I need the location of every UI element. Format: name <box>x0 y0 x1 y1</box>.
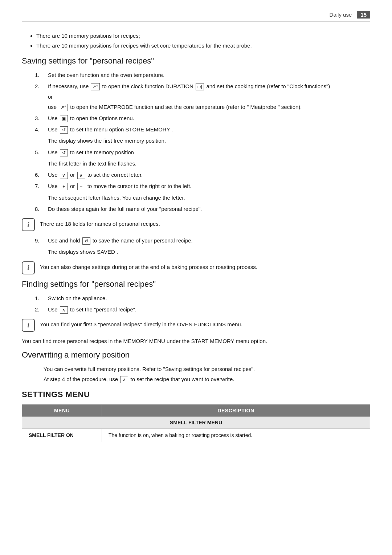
finding-info-text-1: You can find your first 3 "personal reci… <box>40 319 242 328</box>
saving-section-title: Saving settings for "personal recipes" <box>22 56 370 66</box>
overwriting-text-2: At step 4 of the procedure, use ∧ to set… <box>44 375 370 383</box>
or-label: or <box>48 94 370 100</box>
info-text-2: You can also change settings during or a… <box>40 261 257 271</box>
step-5-content: Use ↺ to set the memory position <box>48 148 370 156</box>
up-icon-2: ∧ <box>60 306 68 314</box>
step-4-before: Use <box>48 126 59 132</box>
step-2-text-mid: to open the clock function DURATION <box>101 83 195 89</box>
step-num-6: 6. <box>35 171 48 179</box>
step-2-content: If necessary, use ↗° to open the clock f… <box>48 82 370 90</box>
saving-steps-list-3: 5. Use ↺ to set the memory position <box>22 148 370 156</box>
duration-icon: ↦| <box>196 83 204 90</box>
section-settings-menu: SETTINGS MENU MENU DESCRIPTION SMELL FIL… <box>22 390 370 442</box>
finding-step-2-content: Use ∧ to set the "personal recipe". <box>48 305 370 314</box>
table-col-desc: DESCRIPTION <box>102 404 370 416</box>
step-7-or: or <box>69 183 77 189</box>
overwriting-text-block: You can overwrite full memory positions.… <box>44 365 370 383</box>
saving-step-2: 2. If necessary, use ↗° to open the cloc… <box>22 82 370 90</box>
saving-step-3: 3. Use ▣ to open the Options menu. <box>22 114 370 122</box>
step-num-5: 5. <box>35 148 48 156</box>
clock-icon: ↗° <box>91 83 100 90</box>
step-2-text-before: If necessary, use <box>48 83 90 89</box>
saving-steps-list-2: 3. Use ▣ to open the Options menu. 4. Us… <box>22 114 370 134</box>
step-num-2: 2. <box>35 82 48 90</box>
step-2-text-after: and set the cooking time (refer to "Cloc… <box>205 83 330 89</box>
info-box-1: i There are 18 fields for names of perso… <box>22 218 370 231</box>
step-7-sub: The subsequent letter flashes. You can c… <box>48 193 370 202</box>
step-5-sub: The first letter in the text line flashe… <box>48 159 370 168</box>
info-icon-1: i <box>22 218 35 231</box>
step-3-content: Use ▣ to open the Options menu. <box>48 114 370 122</box>
bullet-item-2: There are 10 memory positions for recipe… <box>36 42 370 50</box>
finding-para-text: You can find more personal recipes in th… <box>22 337 370 345</box>
saving-steps-list: 1. Set the oven function and the oven te… <box>22 71 370 91</box>
saving-step-5: 5. Use ↺ to set the memory position <box>22 148 370 156</box>
step-3-after: to open the Options menu. <box>69 115 134 121</box>
saving-step-8: 8. Do these steps again for the full nam… <box>22 205 370 213</box>
finding-steps-list: 1. Switch on the appliance. 2. Use ∧ to … <box>22 294 370 314</box>
finding-paragraph: You can find more personal recipes in th… <box>22 337 370 345</box>
table-cell-menu-smell-on: SMELL FILTER ON <box>22 429 102 442</box>
finding-step-num-1: 1. <box>35 294 48 302</box>
section-saving: Saving settings for "personal recipes" 1… <box>22 56 370 274</box>
step-6-content: Use ∨ or ∧ to set the correct letter. <box>48 171 370 179</box>
header-right: Daily use 15 <box>330 11 370 19</box>
or-text-before: use <box>48 104 58 110</box>
or-text-rest: to open the MEATPROBE function and set t… <box>69 104 302 110</box>
settings-table: MENU DESCRIPTION SMELL FILTER MENU SMELL… <box>22 404 370 442</box>
info-text-1: There are 18 fields for names of persona… <box>40 218 160 228</box>
step-7-before: Use <box>48 183 59 189</box>
step-1-content: Set the oven function and the oven tempe… <box>48 71 370 79</box>
step-7-content: Use + or − to move the cursor to the rig… <box>48 182 370 190</box>
step-num-8: 8. <box>35 205 48 213</box>
finding-step-1: 1. Switch on the appliance. <box>22 294 370 302</box>
settings-menu-title: SETTINGS MENU <box>22 390 370 399</box>
table-col-menu: MENU <box>22 404 102 416</box>
step-3-before: Use <box>48 115 59 121</box>
step-num-7: 7. <box>35 182 48 190</box>
finding-step-2-after: to set the "personal recipe". <box>69 306 136 313</box>
saving-step-6: 6. Use ∨ or ∧ to set the correct letter. <box>22 171 370 179</box>
rotate-icon-5: ↺ <box>60 149 68 156</box>
section-overwriting: Overwriting a memory position You can ov… <box>22 350 370 383</box>
saving-step-4: 4. Use ↺ to set the menu option STORE ME… <box>22 125 370 134</box>
step-9-sub: The displays shows SAVED . <box>48 248 370 256</box>
or-paragraph: use ↗° to open the MEATPROBE function an… <box>48 103 370 111</box>
step-5-before: Use <box>48 149 59 155</box>
step-num-3: 3. <box>35 114 48 122</box>
options-icon: ▣ <box>60 115 68 122</box>
step-num-9: 9. <box>35 236 48 245</box>
step-6-after: to set the correct letter. <box>86 172 143 178</box>
finding-step-1-content: Switch on the appliance. <box>48 294 370 302</box>
bullet-item-1: There are 10 memory positions for recipe… <box>36 32 370 40</box>
overwriting-section-title: Overwriting a memory position <box>22 350 370 360</box>
minus-icon: − <box>77 183 85 190</box>
finding-step-2-before: Use <box>48 306 59 313</box>
step-num-4: 4. <box>35 125 48 134</box>
table-section-header-smell: SMELL FILTER MENU <box>22 416 370 428</box>
section-finding: Finding settings for "personal recipes" … <box>22 279 370 346</box>
overwriting-text-2-before: At step 4 of the procedure, use <box>44 376 119 382</box>
step-4-sub: The display shows the first free memory … <box>48 136 370 145</box>
page: Daily use 15 There are 10 memory positio… <box>0 0 392 555</box>
finding-info-icon-1: i <box>22 319 35 332</box>
step-4-after: to set the menu option STORE MEMORY . <box>69 126 173 132</box>
rotate-icon-4: ↺ <box>60 126 68 134</box>
finding-info-box-1: i You can find your first 3 "personal re… <box>22 319 370 332</box>
info-box-2: i You can also change settings during or… <box>22 261 370 274</box>
step-num-1: 1. <box>35 71 48 79</box>
meatprobe-icon: ↗° <box>59 104 68 111</box>
step-9-after: to save the name of your personal recipe… <box>91 237 193 244</box>
plus-icon: + <box>60 183 68 190</box>
saving-step-1: 1. Set the oven function and the oven te… <box>22 71 370 79</box>
page-number: 15 <box>357 11 370 19</box>
finding-step-num-2: 2. <box>35 305 48 314</box>
saving-step-7: 7. Use + or − to move the cursor to the … <box>22 182 370 190</box>
page-header: Daily use 15 <box>22 11 370 22</box>
saving-steps-list-5: 8. Do these steps again for the full nam… <box>22 205 370 213</box>
step-7-after: to move the cursor to the right or to th… <box>86 183 192 189</box>
step-5-after: to set the memory position <box>69 149 134 155</box>
step-6-before: Use <box>48 172 59 178</box>
table-row-smell-filter-on: SMELL FILTER ON The function is on, when… <box>22 429 370 442</box>
saving-step-9: 9. Use and hold ↺ to save the name of yo… <box>22 236 370 245</box>
